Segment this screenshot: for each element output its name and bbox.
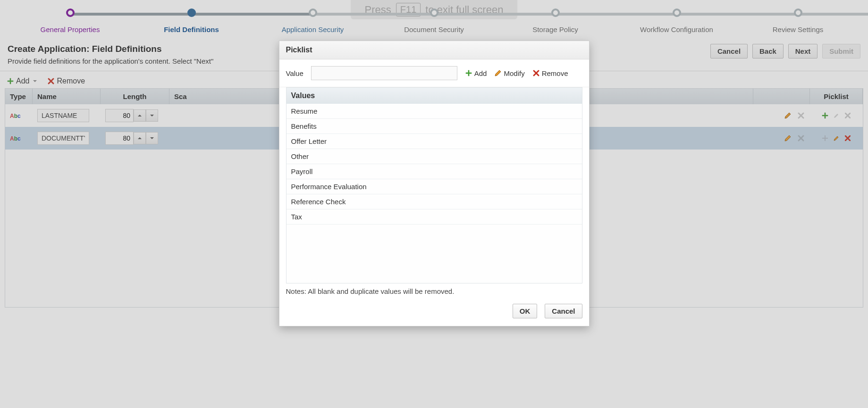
picklist-value[interactable]: Payroll xyxy=(287,164,582,179)
picklist-value[interactable]: Benefits xyxy=(287,119,582,134)
dialog-title: Picklist xyxy=(279,41,589,59)
value-input[interactable] xyxy=(311,66,457,80)
picklist-value[interactable]: Reference Check xyxy=(287,194,582,209)
pencil-icon xyxy=(494,69,502,77)
dialog-cancel-button[interactable]: Cancel xyxy=(545,304,582,308)
value-label: Value xyxy=(286,69,303,77)
remove-icon xyxy=(532,69,540,77)
picklist-dialog: Picklist Value Add Modify Remove Values … xyxy=(279,41,590,308)
values-header: Values xyxy=(287,88,582,104)
picklist-value[interactable]: Offer Letter xyxy=(287,134,582,149)
picklist-add-button[interactable]: Add xyxy=(465,69,487,77)
picklist-value[interactable]: Performance Evaluation xyxy=(287,179,582,194)
plus-icon xyxy=(465,69,472,77)
ok-button[interactable]: OK xyxy=(513,304,538,308)
values-list[interactable]: Resume Benefits Offer Letter Other Payro… xyxy=(287,104,582,283)
dialog-notes: Notes: All blank and duplicate values wi… xyxy=(279,283,589,299)
picklist-value[interactable]: Other xyxy=(287,149,582,164)
picklist-modify-button[interactable]: Modify xyxy=(494,69,524,77)
picklist-value[interactable]: Resume xyxy=(287,104,582,119)
picklist-value[interactable]: Tax xyxy=(287,209,582,225)
picklist-remove-button[interactable]: Remove xyxy=(532,69,568,77)
